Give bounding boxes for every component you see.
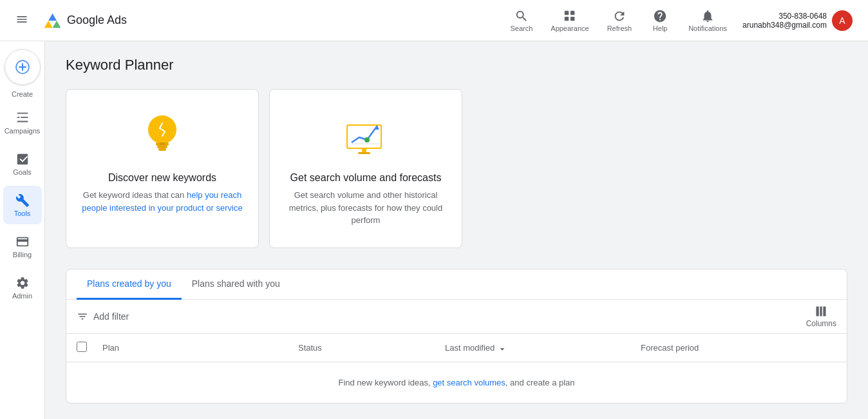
add-filter-label: Add filter xyxy=(93,311,129,322)
cards-row: Discover new keywords Get keyword ideas … xyxy=(66,89,847,248)
svg-marker-0 xyxy=(44,21,53,28)
tab-shared-with-you[interactable]: Plans shared with you xyxy=(182,269,290,300)
svg-rect-12 xyxy=(157,146,167,148)
goals-label: Goals xyxy=(13,168,32,176)
select-all-checkbox-cell[interactable] xyxy=(77,342,102,354)
table-header: Plan Status Last modified Forecast perio… xyxy=(66,334,847,362)
plans-tabs: Plans created by you Plans shared with y… xyxy=(66,269,847,300)
svg-rect-5 xyxy=(565,16,569,20)
columns-label: Columns xyxy=(806,319,836,328)
sidebar-item-tools[interactable]: Tools xyxy=(3,186,42,224)
billing-label: Billing xyxy=(13,251,32,258)
svg-marker-2 xyxy=(48,13,57,20)
svg-rect-25 xyxy=(358,152,370,154)
create-plus-icon xyxy=(15,59,30,75)
select-all-checkbox[interactable] xyxy=(77,342,87,352)
sidebar: Create Campaigns Goals Tools xyxy=(0,41,45,419)
appearance-nav-label: Appearance xyxy=(551,24,589,32)
appearance-icon xyxy=(563,9,577,23)
discover-card-desc: Get keyword ideas that can help you reac… xyxy=(82,189,243,214)
forecast-card-title: Get search volume and forecasts xyxy=(290,172,442,184)
admin-icon xyxy=(15,276,30,290)
campaigns-icon xyxy=(15,111,30,125)
chart-icon xyxy=(340,110,392,162)
svg-rect-4 xyxy=(571,10,574,14)
refresh-nav-label: Refresh xyxy=(607,24,632,32)
menu-icon xyxy=(15,13,28,26)
menu-button[interactable] xyxy=(10,8,33,33)
columns-button[interactable]: Columns xyxy=(806,305,836,328)
account-info[interactable]: 350-838-0648 arunabh348@gmail.com A xyxy=(737,8,858,34)
refresh-icon xyxy=(612,9,627,23)
page-title: Keyword Planner xyxy=(66,57,847,73)
tools-icon xyxy=(15,193,30,208)
columns-icon xyxy=(815,305,827,318)
google-ads-text: Google Ads xyxy=(67,14,127,27)
appearance-nav-button[interactable]: Appearance xyxy=(543,6,596,35)
admin-label: Admin xyxy=(12,292,32,300)
goals-icon xyxy=(15,152,30,166)
filter-icon xyxy=(77,311,88,322)
app-layout: Create Campaigns Goals Tools xyxy=(0,0,868,419)
avatar: A xyxy=(832,10,853,31)
help-nav-button[interactable]: Help xyxy=(642,6,678,35)
sort-desc-icon xyxy=(497,342,507,353)
discover-card-title: Discover new keywords xyxy=(108,172,216,184)
google-ads-logo: Google Ads xyxy=(41,10,127,31)
sidebar-item-goals[interactable]: Goals xyxy=(3,144,42,183)
svg-marker-1 xyxy=(53,21,61,28)
discover-keywords-card[interactable]: Discover new keywords Get keyword ideas … xyxy=(66,89,259,248)
svg-point-22 xyxy=(364,137,370,142)
top-nav: Google Ads Search Appearance xyxy=(0,0,868,41)
filter-row: Add filter Columns xyxy=(66,300,847,334)
empty-message-part2: , and create a plan xyxy=(505,378,575,387)
help-icon xyxy=(653,9,667,23)
col-plan-header: Plan xyxy=(102,343,298,353)
billing-icon xyxy=(15,235,30,249)
svg-rect-3 xyxy=(565,10,569,14)
empty-message-part1: Find new keyword ideas, xyxy=(338,378,433,387)
refresh-nav-button[interactable]: Refresh xyxy=(599,6,640,35)
tools-label: Tools xyxy=(14,210,31,217)
add-filter-button[interactable]: Add filter xyxy=(77,311,129,322)
col-modified-header[interactable]: Last modified xyxy=(445,342,641,353)
col-modified-label: Last modified xyxy=(445,343,495,353)
top-nav-left: Google Ads xyxy=(10,8,127,33)
search-volumes-link[interactable]: get search volumes xyxy=(433,378,505,387)
empty-state: Find new keyword ideas, get search volum… xyxy=(66,362,847,403)
campaigns-label: Campaigns xyxy=(5,127,41,135)
google-ads-logo-icon xyxy=(41,10,62,31)
search-icon xyxy=(514,9,529,23)
search-nav-label: Search xyxy=(510,24,533,32)
svg-rect-13 xyxy=(158,148,166,151)
tab-created-by-you[interactable]: Plans created by you xyxy=(77,269,182,300)
sidebar-item-billing[interactable]: Billing xyxy=(3,227,42,266)
notifications-nav-button[interactable]: Notifications xyxy=(681,6,735,35)
create-label: Create xyxy=(12,90,33,98)
lightbulb-icon xyxy=(137,110,188,162)
plans-section: Plans created by you Plans shared with y… xyxy=(66,269,847,404)
search-nav-button[interactable]: Search xyxy=(502,6,540,35)
create-button[interactable] xyxy=(5,49,41,85)
forecast-card-desc: Get search volume and other historical m… xyxy=(285,189,446,227)
top-nav-right: Search Appearance Refresh Help xyxy=(502,6,858,35)
main-content: Keyword Planner Dis xyxy=(45,41,868,419)
forecast-card[interactable]: Get search volume and forecasts Get sear… xyxy=(269,89,462,248)
help-nav-label: Help xyxy=(653,24,668,32)
notifications-nav-label: Notifications xyxy=(688,24,727,32)
col-forecast-header: Forecast period xyxy=(641,343,836,353)
svg-rect-24 xyxy=(362,149,366,152)
notifications-icon xyxy=(701,9,715,23)
col-status-header: Status xyxy=(298,343,445,353)
account-email: arunabh348@gmail.com xyxy=(742,21,827,30)
svg-rect-6 xyxy=(571,16,574,20)
sidebar-item-admin[interactable]: Admin xyxy=(3,268,42,307)
sidebar-item-campaigns[interactable]: Campaigns xyxy=(3,103,42,142)
account-phone: 350-838-0648 xyxy=(742,12,827,21)
